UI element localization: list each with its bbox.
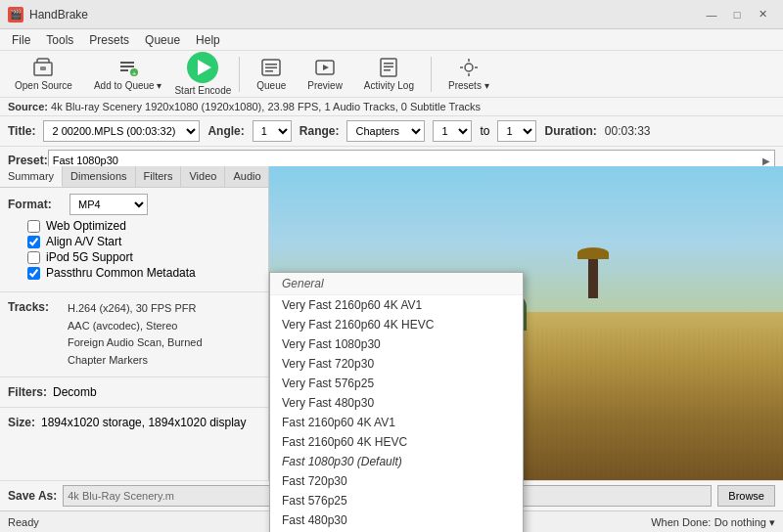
browse-button[interactable]: Browse bbox=[717, 485, 775, 507]
figure bbox=[577, 247, 609, 298]
duration-value: 00:03:33 bbox=[605, 124, 651, 138]
size-section: Size: 1894x1020 storage, 1894x1020 displ… bbox=[0, 412, 268, 433]
filters-label: Filters: bbox=[8, 385, 47, 399]
play-icon bbox=[198, 60, 211, 75]
save-as-label: Save As: bbox=[8, 489, 57, 503]
range-label: Range: bbox=[299, 124, 340, 138]
preview-icon bbox=[314, 57, 336, 78]
queue-label: Queue bbox=[256, 80, 286, 91]
when-done-value[interactable]: Do nothing ▾ bbox=[714, 516, 775, 528]
dropdown-item-fast-2160-hevc[interactable]: Fast 2160p60 4K HEVC bbox=[270, 432, 523, 452]
svg-rect-3 bbox=[120, 66, 134, 67]
separator-2 bbox=[431, 57, 432, 92]
svg-marker-12 bbox=[323, 65, 329, 70]
filters-value: Decomb bbox=[53, 385, 97, 399]
status-text: Ready bbox=[8, 516, 39, 528]
format-section: Format: MP4 MKV Web Optimized Align A/V … bbox=[0, 188, 268, 288]
format-row: Format: MP4 MKV bbox=[8, 194, 260, 215]
svg-rect-2 bbox=[120, 62, 134, 64]
source-label: Source: bbox=[8, 101, 48, 112]
tracks-section: Tracks: H.264 (x264), 30 FPS PFR AAC (av… bbox=[0, 296, 268, 373]
passthru-label: Passthru Common Metadata bbox=[46, 266, 196, 280]
hat bbox=[577, 247, 609, 259]
presets-label: Presets ▾ bbox=[448, 80, 489, 91]
filters-section: Filters: Decomb bbox=[0, 381, 268, 403]
tracks-label: Tracks: bbox=[8, 300, 62, 314]
format-label: Format: bbox=[8, 198, 62, 211]
body bbox=[588, 259, 598, 298]
start-encode-label: Start Encode bbox=[174, 85, 231, 96]
web-optimized-label: Web Optimized bbox=[46, 219, 126, 233]
chapter-start-select[interactable]: 1 bbox=[433, 120, 472, 142]
title-bar-left: 🎬 HandBrake bbox=[8, 7, 88, 22]
menu-help[interactable]: Help bbox=[188, 31, 228, 49]
content-area: Summary Dimensions Filters Video Audio S… bbox=[0, 166, 783, 489]
track-3: Foreign Audio Scan, Burned bbox=[68, 334, 203, 352]
tracks-content: H.264 (x264), 30 FPS PFR AAC (avcodec), … bbox=[68, 300, 203, 369]
minimize-button[interactable]: — bbox=[699, 5, 724, 24]
tab-video[interactable]: Video bbox=[181, 166, 225, 187]
angle-label: Angle: bbox=[207, 124, 244, 138]
dropdown-section-general: General bbox=[270, 273, 523, 295]
preview-button[interactable]: Preview bbox=[299, 54, 351, 95]
open-source-label: Open Source bbox=[15, 80, 72, 91]
track-4: Chapter Markers bbox=[68, 352, 203, 370]
title-label: Title: bbox=[8, 124, 35, 138]
maximize-button[interactable]: □ bbox=[724, 5, 750, 24]
divider-1 bbox=[0, 291, 268, 292]
close-button[interactable]: ✕ bbox=[750, 5, 775, 24]
window-controls: — □ ✕ bbox=[699, 5, 775, 24]
size-value: 1894x1020 storage, 1894x1020 display bbox=[41, 416, 247, 429]
add-to-queue-button[interactable]: + Add to Queue ▾ bbox=[85, 54, 171, 95]
app-icon: 🎬 bbox=[8, 7, 23, 22]
web-optimized-checkbox[interactable] bbox=[27, 220, 40, 233]
svg-rect-1 bbox=[40, 66, 46, 70]
passthru-checkbox[interactable] bbox=[27, 267, 40, 280]
tab-filters[interactable]: Filters bbox=[136, 166, 182, 187]
angle-select[interactable]: 1 bbox=[253, 120, 292, 142]
range-select[interactable]: Chapters bbox=[346, 120, 425, 142]
dropdown-item-fast-480[interactable]: Fast 480p30 bbox=[270, 510, 523, 530]
activity-log-icon bbox=[378, 57, 399, 78]
tab-summary[interactable]: Summary bbox=[0, 166, 63, 187]
tab-audio[interactable]: Audio bbox=[225, 166, 269, 187]
dropdown-item-fast-2160-av1[interactable]: Fast 2160p60 4K AV1 bbox=[270, 413, 523, 432]
svg-point-17 bbox=[465, 64, 473, 71]
presets-button[interactable]: Presets ▾ bbox=[439, 54, 498, 95]
dropdown-item-very-fast-1080[interactable]: Very Fast 1080p30 bbox=[270, 334, 523, 354]
dropdown-item-very-fast-720[interactable]: Very Fast 720p30 bbox=[270, 354, 523, 374]
activity-log-button[interactable]: Activity Log bbox=[355, 54, 423, 95]
svg-rect-9 bbox=[265, 67, 277, 69]
menu-presets[interactable]: Presets bbox=[81, 31, 137, 49]
start-encode-button[interactable] bbox=[187, 52, 218, 83]
size-label: Size: bbox=[8, 416, 35, 429]
menu-bar: File Tools Presets Queue Help bbox=[0, 29, 783, 51]
start-encode-wrapper: Start Encode bbox=[174, 52, 231, 96]
chapter-end-select[interactable]: 1 bbox=[497, 120, 536, 142]
title-row: Title: 2 00200.MPLS (00:03:32) Angle: 1 … bbox=[0, 116, 783, 147]
presets-icon bbox=[458, 57, 480, 78]
separator-1 bbox=[239, 57, 240, 92]
dropdown-item-very-fast-2160-hevc[interactable]: Very Fast 2160p60 4K HEVC bbox=[270, 315, 523, 334]
dropdown-item-very-fast-480[interactable]: Very Fast 480p30 bbox=[270, 393, 523, 413]
title-select[interactable]: 2 00200.MPLS (00:03:32) bbox=[43, 120, 200, 142]
source-value: 4k Blu-ray Scenery 1920x1080 (1920x1080)… bbox=[51, 101, 481, 112]
ipod-checkbox[interactable] bbox=[27, 251, 40, 264]
format-select[interactable]: MP4 MKV bbox=[69, 194, 148, 215]
queue-button[interactable]: Queue bbox=[248, 54, 295, 95]
menu-tools[interactable]: Tools bbox=[38, 31, 81, 49]
align-av-checkbox[interactable] bbox=[27, 236, 40, 248]
dropdown-item-fast-720[interactable]: Fast 720p30 bbox=[270, 471, 523, 491]
svg-rect-8 bbox=[265, 64, 277, 66]
menu-file[interactable]: File bbox=[4, 31, 38, 49]
dropdown-item-fast-576[interactable]: Fast 576p25 bbox=[270, 491, 523, 510]
menu-queue[interactable]: Queue bbox=[137, 31, 188, 49]
dropdown-item-fast-1080-default[interactable]: Fast 1080p30 (Default) bbox=[270, 452, 523, 471]
dropdown-item-very-fast-576[interactable]: Very Fast 576p25 bbox=[270, 374, 523, 393]
range-to: to bbox=[480, 124, 489, 138]
svg-rect-15 bbox=[384, 66, 393, 68]
tab-dimensions[interactable]: Dimensions bbox=[63, 166, 135, 187]
dropdown-item-very-fast-2160-av1[interactable]: Very Fast 2160p60 4K AV1 bbox=[270, 295, 523, 315]
ipod-row: iPod 5G Support bbox=[27, 250, 260, 264]
open-source-button[interactable]: Open Source bbox=[6, 54, 81, 95]
